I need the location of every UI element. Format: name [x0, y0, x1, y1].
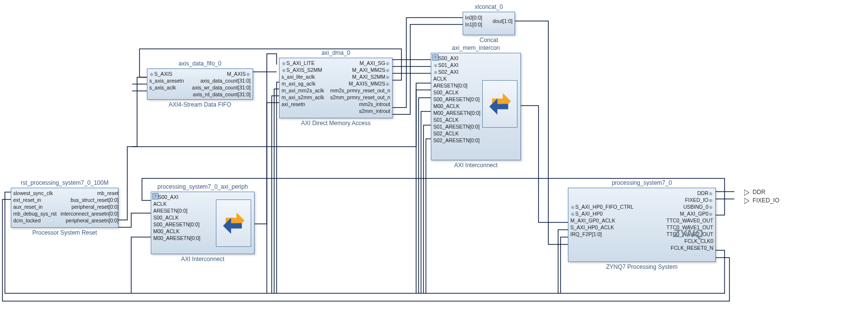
port: S02_ACLK — [431, 130, 461, 137]
port: M_AXIS_MM2S⊕ — [347, 80, 392, 87]
port: m_axi_sg_aclk — [280, 80, 317, 87]
ext-port-fixed-io: FIXED_IO — [744, 197, 779, 204]
block-rst[interactable]: rst_processing_system7_0_100M slowest_sy… — [11, 188, 118, 228]
port: ARESETN[0:0] — [151, 207, 189, 214]
zynq-logo: ZYNQ — [673, 227, 703, 240]
expand-icon[interactable]: + — [432, 54, 439, 61]
block-xlconcat[interactable]: xlconcat_0 In0[0:0] In1[0:0] dout[1:0] C… — [463, 12, 515, 35]
port: s_axi_lite_aclk — [280, 73, 317, 80]
port: S00_ACLK — [151, 214, 181, 221]
port: ⊕S_AXI_LITE — [280, 60, 317, 66]
port: s2mm_introut — [357, 108, 392, 114]
port: S_AXI_HP0_ACLK — [568, 224, 616, 231]
port: s_axis_aclk — [147, 84, 178, 91]
port: DDR⊕ — [695, 190, 715, 197]
port: axis_data_count[31:0] — [198, 77, 253, 84]
port: axi_resetn — [280, 101, 307, 108]
port: S02_ARESETN[0:0] — [431, 137, 482, 144]
port: ext_reset_in — [11, 197, 43, 203]
port: ⊕S_AXI_HP0_FIFO_CTRL — [568, 203, 635, 210]
port: In0[0:0] — [463, 14, 484, 21]
port: M_AXI_GP0_ACLK — [568, 217, 617, 224]
port: S01_ACLK — [431, 116, 461, 123]
port: IRQ_F2P[1:0] — [568, 231, 604, 238]
port: TTC0_WAVE0_OUT — [664, 217, 715, 224]
port: In1[0:0] — [463, 21, 484, 28]
interconnect-icon — [482, 80, 517, 128]
port: ⊕S_AXI_HP0 — [568, 210, 605, 217]
port: m_axi_s2mm_aclk — [280, 94, 326, 101]
block-mem-intercon[interactable]: + axi_mem_intercon ⊕S00_AXI ⊕S01_AXI ⊕S0… — [431, 53, 521, 160]
port: ARESETN[0:0] — [431, 82, 469, 89]
port: M00_ACLK — [431, 103, 462, 109]
port — [568, 197, 572, 203]
ext-port-ddr: DDR — [744, 189, 765, 196]
footer-ps7: ZYNQ7 Processing System — [568, 263, 715, 270]
port: dout[1:0] — [491, 18, 515, 24]
block-dma[interactable]: axi_dma_0 ⊕S_AXI_LITE ⊕S_AXIS_S2MM s_axi… — [279, 58, 393, 118]
port: bus_struct_reset[0:0] — [69, 197, 120, 203]
footer-dma: AXI Direct Memory Access — [280, 120, 392, 127]
port: M_AXIS⊕ — [225, 70, 253, 77]
port: FCLK_RESET0_N — [669, 244, 715, 251]
port: mb_reset — [95, 190, 120, 197]
port: axis_rd_data_count[31:0] — [191, 91, 253, 98]
port: axis_wr_data_count[31:0] — [190, 84, 253, 91]
title-mem-intercon: axi_mem_intercon — [431, 44, 520, 51]
port: ⊕S_AXIS_S2MM — [280, 66, 324, 73]
port: slowest_sync_clk — [11, 190, 55, 197]
port: M_AXI_S2MM⊕ — [350, 73, 392, 80]
port: S01_ARESETN[0:0] — [431, 123, 482, 130]
footer-xlconcat: Concat — [463, 37, 515, 44]
port: FIXED_IO⊕ — [683, 197, 715, 203]
port: s_axis_aresetn — [147, 77, 186, 84]
svg-marker-1 — [744, 198, 749, 204]
port: aux_reset_in — [11, 203, 45, 210]
port: ACLK — [431, 75, 448, 82]
port: USBIND_0⊕ — [681, 203, 715, 210]
title-rst: rst_processing_system7_0_100M — [11, 179, 118, 186]
port: M_AXI_MM2S⊕ — [350, 66, 392, 73]
footer-axi-periph: AXI Interconnect — [151, 256, 254, 262]
port: mb_debug_sys_rst — [11, 210, 59, 217]
port: m_axi_mm2s_aclk — [280, 87, 326, 94]
footer-rst: Processor System Reset — [11, 229, 118, 236]
title-xlconcat: xlconcat_0 — [463, 3, 515, 10]
port — [568, 190, 572, 197]
block-axi-periph[interactable]: + processing_system7_0_axi_periph ⊕S00_A… — [151, 192, 255, 254]
title-axi-periph: processing_system7_0_axi_periph — [151, 183, 254, 190]
port: ⊕S_AXIS — [147, 70, 174, 77]
port: mm2s_prmry_reset_out_n — [328, 87, 392, 94]
title-fifo: axis_data_fifo_0 — [147, 60, 253, 67]
title-ps7: processing_system7_0 — [568, 179, 715, 186]
port: interconnect_aresetn[0:0] — [59, 210, 121, 217]
port: M00_ARESETN[0:0] — [431, 109, 482, 116]
port: dcm_locked — [11, 217, 43, 224]
title-dma: axi_dma_0 — [280, 49, 392, 56]
footer-fifo: AXI4-Stream Data FIFO — [147, 101, 253, 108]
block-fifo[interactable]: axis_data_fifo_0 ⊕S_AXIS s_axis_aresetn … — [147, 68, 253, 100]
footer-mem-intercon: AXI Interconnect — [431, 162, 520, 169]
expand-icon[interactable]: + — [152, 193, 159, 199]
port: S00_ARESETN[0:0] — [431, 96, 482, 103]
interconnect-icon — [216, 199, 251, 247]
port: ACLK — [151, 200, 168, 207]
port: peripheral_reset[0:0] — [70, 203, 120, 210]
port: peripheral_aresetn[0:0] — [64, 217, 120, 224]
port: M00_ARESETN[0:0] — [151, 235, 202, 241]
port: M_AXI_SG⊕ — [357, 60, 392, 66]
port: s2mm_prmry_reset_out_n — [328, 94, 392, 101]
port: S00_ARESETN[0:0] — [151, 221, 202, 228]
port: M00_ACLK — [151, 228, 182, 235]
port: ⊕S01_AXI — [431, 62, 460, 68]
port: mm2s_introut — [357, 101, 392, 108]
port: M_AXI_GP0⊕ — [678, 210, 715, 217]
port: ⊕S02_AXI — [431, 68, 460, 75]
svg-marker-0 — [744, 190, 749, 196]
block-ps7[interactable]: processing_system7_0 ⊕S_AXI_HP0_FIFO_CTR… — [568, 188, 716, 262]
port: S00_ACLK — [431, 89, 461, 96]
